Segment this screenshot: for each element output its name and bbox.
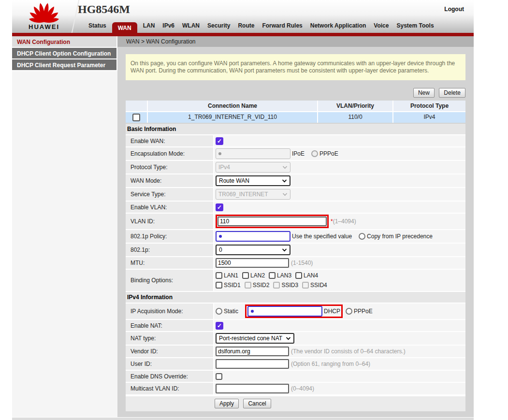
mtu-label: MTU: — [126, 257, 213, 269]
sidebar: WAN Configuration DHCP Client Option Con… — [12, 36, 117, 417]
row-vendor-id: Vendor ID: (The vendor ID consists of 0–… — [126, 346, 465, 357]
tab-status[interactable]: Status — [85, 20, 110, 33]
row-mtu: MTU: (1-1540) — [126, 257, 465, 269]
tab-wan[interactable]: WAN — [112, 22, 137, 36]
dhcp-annotation-box: DHCP — [245, 304, 343, 318]
pppoe-mode-label: PPPoE — [354, 308, 373, 315]
sidebar-item-dhcp-client-option-configuration[interactable]: DHCP Client Option Configuration — [12, 48, 117, 59]
ssid1-label: SSID1 — [224, 282, 241, 289]
pppoe-radio[interactable] — [311, 150, 318, 157]
enable-vlan-checkbox[interactable] — [216, 203, 223, 211]
enable-wan-label: Enable WAN: — [126, 135, 213, 146]
static-label: Static — [224, 308, 238, 315]
table-row-checkbox-cell — [126, 112, 147, 123]
protocol-type-label: Protocol Type: — [126, 161, 213, 174]
vendor-id-input[interactable] — [216, 347, 289, 356]
ssid2-checkbox — [245, 282, 251, 289]
content-panel: WAN > WAN Configuration On this page, yo… — [117, 36, 474, 417]
cell-vlan-priority: 110/0 — [318, 112, 392, 123]
vlan-id-input[interactable] — [218, 217, 327, 226]
ssid3-label: SSID3 — [281, 282, 298, 289]
ssid3-checkbox — [273, 282, 280, 289]
lan3-label: LAN3 — [277, 272, 291, 279]
row-enable-nat: Enable NAT: — [126, 320, 465, 331]
copy-from-ip-precedence-label: Copy from IP precedence — [367, 233, 433, 240]
tab-ipv6[interactable]: IPv6 — [159, 20, 178, 33]
row-multicast-vlan-id: Multicast VLAN ID: (0–4094) — [126, 383, 465, 394]
static-radio[interactable] — [216, 308, 222, 315]
user-id-input[interactable] — [216, 359, 289, 369]
new-button[interactable]: New — [413, 88, 435, 98]
user-id-label: User ID: — [126, 358, 213, 370]
cell-protocol-type: IPv4 — [393, 112, 465, 123]
row-select-checkbox[interactable] — [132, 114, 140, 121]
dhcp-radio[interactable] — [247, 306, 322, 317]
enable-wan-checkbox[interactable] — [216, 137, 223, 145]
footer: Copyright © Huawei Technologies Co., Ltd… — [12, 418, 474, 420]
apply-button[interactable]: Apply — [215, 399, 239, 408]
tab-voice[interactable]: Voice — [370, 20, 392, 33]
header-divider — [66, 0, 79, 33]
tab-system-tools[interactable]: System Tools — [392, 20, 437, 33]
protocol-type-select: IPv4 — [216, 162, 290, 173]
enable-dns-override-checkbox[interactable] — [216, 373, 222, 380]
vlan-id-label: VLAN ID: — [126, 214, 213, 229]
lan2-checkbox[interactable] — [242, 272, 249, 279]
use-specified-value-radio[interactable] — [216, 231, 290, 242]
nat-type-select[interactable]: Port-restricted cone NAT — [216, 333, 294, 344]
multicast-vlan-id-hint: (0–4094) — [291, 385, 314, 392]
chevron-down-icon — [282, 193, 288, 196]
lan2-label: LAN2 — [250, 272, 265, 279]
tab-lan[interactable]: LAN — [139, 20, 159, 33]
use-specified-value-label: Use the specified value — [292, 233, 352, 240]
lan3-checkbox[interactable] — [269, 272, 276, 279]
ipoe-radio[interactable] — [216, 148, 290, 159]
tab-route[interactable]: Route — [234, 20, 258, 33]
row-protocol-type: Protocol Type: IPv4 — [126, 161, 465, 174]
row-8021p-policy: 802.1p Policy: Use the specified value C… — [126, 230, 465, 243]
multicast-vlan-id-input[interactable] — [216, 384, 289, 393]
logout-button[interactable]: Logout — [444, 6, 464, 13]
ssid1-checkbox[interactable] — [216, 282, 222, 289]
brand-text: HUAWEI — [22, 23, 66, 30]
8021p-select[interactable]: 0 — [216, 245, 290, 255]
wan-mode-select[interactable]: Route WAN — [216, 175, 290, 186]
enable-nat-checkbox[interactable] — [216, 322, 223, 330]
copy-from-ip-precedence-radio[interactable] — [359, 233, 365, 240]
tab-forward-rules[interactable]: Forward Rules — [258, 20, 306, 33]
lan4-checkbox[interactable] — [295, 272, 302, 279]
binding-options-label: Binding Options: — [126, 270, 213, 291]
section-basic-information: Basic Information — [126, 124, 465, 134]
tab-security[interactable]: Security — [203, 20, 234, 33]
wan-mode-label: WAN Mode: — [126, 174, 213, 187]
vlan-id-hint: (1–4094) — [333, 218, 356, 225]
nat-type-label: NAT type: — [126, 332, 213, 345]
row-enable-vlan: Enable VLAN: — [126, 202, 465, 213]
cancel-button[interactable]: Cancel — [243, 399, 271, 408]
huawei-logo: HUAWEI — [22, 1, 66, 30]
tab-wlan[interactable]: WLAN — [178, 20, 203, 33]
page-description: On this page, you can configure WAN port… — [126, 54, 465, 80]
row-encapsulation-mode: Encapsulation Mode: IPoE PPPoE — [126, 147, 465, 160]
user-id-hint: (Option 61, ranging from 0–64) — [291, 361, 370, 367]
ssid2-label: SSID2 — [253, 282, 270, 289]
mtu-input[interactable] — [216, 258, 289, 268]
row-wan-mode: WAN Mode: Route WAN — [126, 174, 465, 187]
header-cell-checkbox — [126, 101, 147, 111]
chevron-down-icon — [286, 337, 291, 340]
sidebar-item-wan-configuration[interactable]: WAN Configuration — [12, 36, 117, 48]
pppoe-mode-radio[interactable] — [346, 308, 352, 315]
sidebar-item-dhcp-client-request-parameter[interactable]: DHCP Client Request Parameter — [12, 59, 117, 71]
cell-connection-name: 1_TR069_INTERNET_R_VID_110 — [148, 112, 317, 123]
row-user-id: User ID: (Option 61, ranging from 0–64) — [126, 358, 465, 370]
lan1-checkbox[interactable] — [216, 272, 222, 279]
delete-button[interactable]: Delete — [439, 88, 465, 98]
multicast-vlan-id-label: Multicast VLAN ID: — [126, 383, 213, 394]
section-ipv4-information: IPv4 Information — [126, 292, 465, 303]
vendor-id-label: Vendor ID: — [126, 346, 213, 357]
main-nav: Status WAN LAN IPv6 WLAN Security Route … — [85, 20, 438, 33]
service-type-label: Service Type: — [126, 188, 213, 201]
tab-network-application[interactable]: Network Application — [306, 20, 370, 33]
table-toolbar: New Delete — [126, 88, 465, 98]
accent-bar — [12, 33, 474, 36]
